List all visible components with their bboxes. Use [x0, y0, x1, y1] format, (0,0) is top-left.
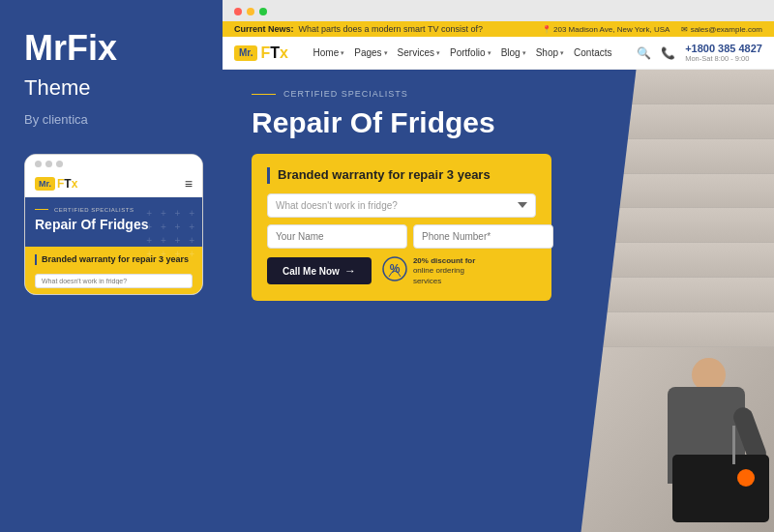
mobile-logo: Mr. FTx [35, 177, 77, 191]
right-panel: Current News: What parts does a modern s… [223, 0, 774, 532]
brand-name: MrFix [24, 29, 198, 68]
form-input-row [267, 224, 536, 249]
browser-dot-close[interactable] [234, 8, 242, 15]
nav-logo-text: FTx [260, 44, 287, 62]
chevron-down-icon: ▾ [436, 49, 440, 57]
hamburger-icon[interactable]: ≡ [185, 176, 193, 192]
hero-section: ++++++++++++ ++++++++++++ ++++++++++++ +… [223, 70, 774, 532]
location-icon: 📍 [542, 25, 551, 34]
nav-link-home[interactable]: Home ▾ [313, 47, 345, 58]
mobile-dot-2 [45, 161, 52, 167]
form-bottom: Call Me Now → % 20% discount for [267, 255, 536, 287]
arrow-right-icon: → [344, 264, 356, 278]
location-text: 📍 203 Madison Ave, New York, USA [542, 25, 670, 34]
form-card-title: Branded warranty for repair 3 years [267, 167, 536, 184]
mobile-dot-1 [35, 161, 42, 167]
fridge-problem-select[interactable]: What doesn't work in fridge? [267, 193, 536, 218]
mobile-logo-text: FTx [57, 177, 77, 191]
cert-line [252, 94, 276, 95]
mobile-plus-pattern: + + + ++ + + ++ + + ++ + + + [146, 207, 197, 261]
name-input[interactable] [267, 224, 407, 249]
discount-area: % 20% discount for online ordering servi… [381, 255, 475, 287]
form-card: Branded warranty for repair 3 years What… [252, 154, 551, 301]
current-news-label: Current News: [234, 24, 294, 34]
browser-dot-maximize[interactable] [259, 8, 267, 15]
brand-subtitle: Theme [24, 75, 198, 101]
nav-hours: Mon-Sat 8:00 - 9:00 [685, 54, 762, 63]
chevron-down-icon: ▾ [522, 49, 526, 57]
nav-logo: Mr. FTx [234, 44, 288, 62]
chevron-down-icon: ▾ [384, 49, 388, 57]
nav-links: Home ▾ Pages ▾ Services ▾ Portfolio ▾ Bl… [313, 47, 612, 58]
browser-dot-minimize[interactable] [247, 8, 254, 15]
nav-link-blog[interactable]: Blog ▾ [501, 47, 526, 58]
mobile-nav-bar: Mr. FTx ≡ [25, 171, 202, 197]
nav-link-portfolio[interactable]: Portfolio ▾ [450, 47, 491, 58]
mobile-dot-3 [56, 161, 63, 167]
nav-phone-number: +1800 385 4827 [685, 43, 762, 54]
chevron-down-icon: ▾ [488, 49, 491, 57]
nav-phone-block: +1800 385 4827 Mon-Sat 8:00 - 9:00 [685, 43, 762, 63]
nav-link-contacts[interactable]: Contacts [574, 47, 611, 58]
info-bar-right: 📍 203 Madison Ave, New York, USA ✉ sales… [542, 25, 762, 34]
nav-link-services[interactable]: Services ▾ [398, 47, 440, 58]
appliance-box [672, 455, 769, 522]
mobile-fridge-input[interactable] [35, 274, 193, 288]
phone-icon: 📞 [661, 46, 675, 60]
mobile-logo-box: Mr. [35, 177, 55, 191]
chevron-down-icon: ▾ [341, 49, 344, 57]
nav-link-pages[interactable]: Pages ▾ [354, 47, 387, 58]
mobile-mockup: Mr. FTx ≡ CERTIFIED SPECIALISTS Repair O… [24, 154, 203, 295]
certified-label: CERTIFIED SPECIALISTS [252, 89, 571, 99]
left-panel: MrFix Theme By clientica Mr. FTx ≡ CERTI… [0, 0, 223, 532]
phone-input[interactable] [413, 224, 553, 249]
hero-title: Repair Of Fridges [252, 106, 571, 138]
news-text: What parts does a modern smart TV consis… [299, 24, 483, 34]
mobile-hero: CERTIFIED SPECIALISTS Repair Of Fridges … [25, 197, 202, 247]
discount-text: 20% discount for online ordering service… [413, 256, 475, 286]
nav-link-shop[interactable]: Shop ▾ [536, 47, 564, 58]
info-bar-left: Current News: What parts does a modern s… [234, 24, 483, 34]
cable [732, 426, 735, 464]
appliance-button [737, 469, 755, 487]
nav-logo-box: Mr. [234, 45, 257, 61]
discount-icon: % [381, 255, 408, 287]
call-me-now-button[interactable]: Call Me Now → [267, 257, 372, 284]
email-text: ✉ sales@example.com [681, 25, 762, 34]
main-nav: Mr. FTx Home ▾ Pages ▾ Services ▾ Portfo… [223, 37, 774, 70]
info-bar: Current News: What parts does a modern s… [223, 21, 774, 37]
chevron-down-icon: ▾ [560, 49, 564, 57]
nav-right: 🔍 📞 +1800 385 4827 Mon-Sat 8:00 - 9:00 [637, 43, 762, 63]
browser-chrome [223, 0, 774, 21]
brand-by: By clientica [24, 112, 198, 127]
search-icon[interactable]: 🔍 [637, 46, 651, 60]
mobile-top-bar [25, 155, 202, 171]
hero-content: CERTIFIED SPECIALISTS Repair Of Fridges … [252, 89, 571, 301]
email-icon: ✉ [681, 25, 688, 34]
